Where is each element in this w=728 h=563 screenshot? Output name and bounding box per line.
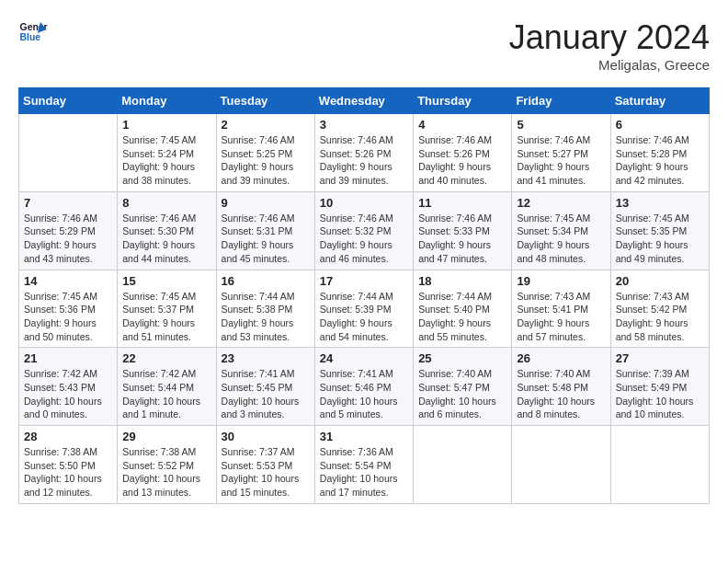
day-info: Sunrise: 7:45 AMSunset: 5:34 PMDaylight:…: [517, 212, 605, 266]
header-saturday: Saturday: [610, 88, 709, 114]
day-cell: 26Sunrise: 7:40 AMSunset: 5:48 PMDayligh…: [512, 348, 610, 426]
header-tuesday: Tuesday: [216, 88, 314, 114]
week-row-0: 1Sunrise: 7:45 AMSunset: 5:24 PMDaylight…: [19, 114, 710, 192]
day-cell: [19, 114, 118, 192]
day-info: Sunrise: 7:44 AMSunset: 5:40 PMDaylight:…: [418, 290, 506, 344]
day-number: 21: [24, 351, 112, 365]
day-cell: 13Sunrise: 7:45 AMSunset: 5:35 PMDayligh…: [610, 191, 709, 270]
day-number: 12: [517, 196, 605, 210]
day-cell: 5Sunrise: 7:46 AMSunset: 5:27 PMDaylight…: [512, 114, 610, 192]
day-info: Sunrise: 7:45 AMSunset: 5:37 PMDaylight:…: [122, 290, 210, 344]
day-number: 23: [222, 351, 310, 365]
day-info: Sunrise: 7:46 AMSunset: 5:27 PMDaylight:…: [517, 133, 605, 188]
location: Meligalas, Greece: [509, 57, 710, 73]
day-info: Sunrise: 7:45 AMSunset: 5:24 PMDaylight:…: [122, 133, 210, 188]
day-info: Sunrise: 7:46 AMSunset: 5:32 PMDaylight:…: [320, 212, 408, 266]
day-cell: 24Sunrise: 7:41 AMSunset: 5:46 PMDayligh…: [314, 348, 413, 426]
day-info: Sunrise: 7:46 AMSunset: 5:29 PMDaylight:…: [24, 212, 112, 266]
day-number: 19: [517, 274, 605, 288]
day-cell: 15Sunrise: 7:45 AMSunset: 5:37 PMDayligh…: [118, 270, 216, 348]
day-info: Sunrise: 7:38 AMSunset: 5:50 PMDaylight:…: [24, 445, 112, 500]
day-number: 28: [24, 430, 112, 443]
day-number: 16: [222, 274, 310, 288]
header: General Blue January 2024 Meligalas, Gre…: [18, 18, 710, 73]
day-info: Sunrise: 7:46 AMSunset: 5:28 PMDaylight:…: [616, 133, 704, 188]
day-info: Sunrise: 7:45 AMSunset: 5:36 PMDaylight:…: [24, 290, 112, 344]
day-cell: 16Sunrise: 7:44 AMSunset: 5:38 PMDayligh…: [216, 270, 314, 348]
day-cell: 4Sunrise: 7:46 AMSunset: 5:26 PMDaylight…: [414, 114, 512, 192]
day-cell: [610, 426, 709, 504]
calendar-table: SundayMondayTuesdayWednesdayThursdayFrid…: [18, 87, 710, 504]
day-info: Sunrise: 7:40 AMSunset: 5:48 PMDaylight:…: [517, 367, 605, 421]
day-info: Sunrise: 7:43 AMSunset: 5:42 PMDaylight:…: [616, 290, 704, 344]
day-number: 24: [320, 351, 408, 365]
header-monday: Monday: [118, 88, 216, 114]
day-number: 27: [616, 351, 704, 365]
day-number: 15: [122, 274, 210, 288]
day-info: Sunrise: 7:46 AMSunset: 5:33 PMDaylight:…: [418, 212, 506, 266]
day-number: 26: [517, 351, 605, 365]
day-cell: 20Sunrise: 7:43 AMSunset: 5:42 PMDayligh…: [610, 270, 709, 348]
day-number: 31: [320, 430, 408, 443]
day-cell: 3Sunrise: 7:46 AMSunset: 5:26 PMDaylight…: [314, 114, 413, 192]
day-cell: 2Sunrise: 7:46 AMSunset: 5:25 PMDaylight…: [216, 114, 314, 192]
day-number: 11: [418, 196, 506, 210]
day-number: 18: [418, 274, 506, 288]
day-info: Sunrise: 7:43 AMSunset: 5:41 PMDaylight:…: [517, 290, 605, 344]
day-cell: 18Sunrise: 7:44 AMSunset: 5:40 PMDayligh…: [414, 270, 512, 348]
day-info: Sunrise: 7:41 AMSunset: 5:45 PMDaylight:…: [222, 367, 310, 421]
week-row-3: 21Sunrise: 7:42 AMSunset: 5:43 PMDayligh…: [19, 348, 710, 426]
day-cell: 28Sunrise: 7:38 AMSunset: 5:50 PMDayligh…: [19, 426, 118, 504]
day-number: 7: [24, 196, 112, 210]
day-number: 20: [616, 274, 704, 288]
day-info: Sunrise: 7:46 AMSunset: 5:25 PMDaylight:…: [222, 133, 310, 188]
logo-icon: General Blue: [18, 18, 48, 48]
header-thursday: Thursday: [414, 88, 512, 114]
day-number: 13: [616, 196, 704, 210]
day-number: 5: [517, 118, 605, 132]
day-cell: 21Sunrise: 7:42 AMSunset: 5:43 PMDayligh…: [19, 348, 118, 426]
day-cell: 7Sunrise: 7:46 AMSunset: 5:29 PMDaylight…: [19, 191, 118, 270]
day-cell: 19Sunrise: 7:43 AMSunset: 5:41 PMDayligh…: [512, 270, 610, 348]
day-number: 14: [24, 274, 112, 288]
day-info: Sunrise: 7:45 AMSunset: 5:35 PMDaylight:…: [616, 212, 704, 266]
day-info: Sunrise: 7:46 AMSunset: 5:26 PMDaylight:…: [418, 133, 506, 188]
title-block: January 2024 Meligalas, Greece: [509, 18, 710, 73]
day-cell: 29Sunrise: 7:38 AMSunset: 5:52 PMDayligh…: [118, 426, 216, 504]
day-info: Sunrise: 7:46 AMSunset: 5:31 PMDaylight:…: [222, 212, 310, 266]
day-cell: 8Sunrise: 7:46 AMSunset: 5:30 PMDaylight…: [118, 191, 216, 270]
day-number: 25: [418, 351, 506, 365]
day-info: Sunrise: 7:37 AMSunset: 5:53 PMDaylight:…: [222, 445, 310, 500]
day-cell: 30Sunrise: 7:37 AMSunset: 5:53 PMDayligh…: [216, 426, 314, 504]
page: General Blue January 2024 Meligalas, Gre…: [0, 0, 728, 523]
day-cell: 12Sunrise: 7:45 AMSunset: 5:34 PMDayligh…: [512, 191, 610, 270]
svg-text:Blue: Blue: [20, 32, 41, 42]
day-number: 6: [616, 118, 704, 132]
day-info: Sunrise: 7:38 AMSunset: 5:52 PMDaylight:…: [122, 445, 210, 500]
day-number: 10: [320, 196, 408, 210]
logo: General Blue: [18, 18, 48, 48]
header-wednesday: Wednesday: [314, 88, 413, 114]
week-row-1: 7Sunrise: 7:46 AMSunset: 5:29 PMDaylight…: [19, 191, 710, 270]
day-number: 17: [320, 274, 408, 288]
day-number: 8: [122, 196, 210, 210]
day-cell: 31Sunrise: 7:36 AMSunset: 5:54 PMDayligh…: [314, 426, 413, 504]
day-number: 2: [222, 118, 310, 132]
day-cell: 23Sunrise: 7:41 AMSunset: 5:45 PMDayligh…: [216, 348, 314, 426]
day-info: Sunrise: 7:46 AMSunset: 5:30 PMDaylight:…: [122, 212, 210, 266]
day-number: 22: [122, 351, 210, 365]
day-info: Sunrise: 7:40 AMSunset: 5:47 PMDaylight:…: [418, 367, 506, 421]
day-number: 1: [122, 118, 210, 132]
day-cell: 27Sunrise: 7:39 AMSunset: 5:49 PMDayligh…: [610, 348, 709, 426]
day-cell: 10Sunrise: 7:46 AMSunset: 5:32 PMDayligh…: [314, 191, 413, 270]
day-info: Sunrise: 7:46 AMSunset: 5:26 PMDaylight:…: [320, 133, 408, 188]
day-info: Sunrise: 7:41 AMSunset: 5:46 PMDaylight:…: [320, 367, 408, 421]
week-row-4: 28Sunrise: 7:38 AMSunset: 5:50 PMDayligh…: [19, 426, 710, 504]
day-cell: 17Sunrise: 7:44 AMSunset: 5:39 PMDayligh…: [314, 270, 413, 348]
day-cell: 11Sunrise: 7:46 AMSunset: 5:33 PMDayligh…: [414, 191, 512, 270]
header-friday: Friday: [512, 88, 610, 114]
day-info: Sunrise: 7:42 AMSunset: 5:43 PMDaylight:…: [24, 367, 112, 421]
day-cell: 14Sunrise: 7:45 AMSunset: 5:36 PMDayligh…: [19, 270, 118, 348]
day-cell: 1Sunrise: 7:45 AMSunset: 5:24 PMDaylight…: [118, 114, 216, 192]
day-number: 9: [222, 196, 310, 210]
